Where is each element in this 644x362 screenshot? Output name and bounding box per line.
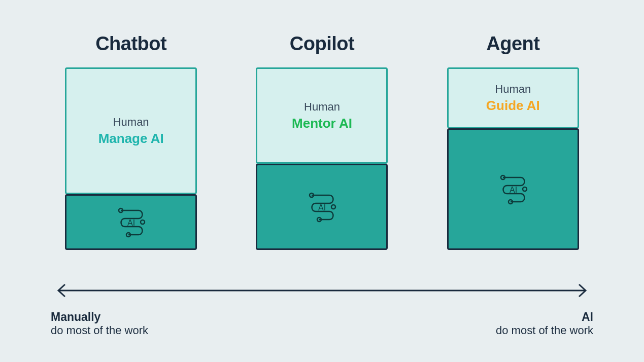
card-bottom-agent: AI bbox=[447, 128, 579, 250]
svg-point-1 bbox=[141, 220, 145, 224]
axis-label-right: AI do most of the work bbox=[496, 310, 593, 337]
ai-circuit-icon: AI bbox=[111, 204, 151, 240]
card-top-chatbot: Human Manage AI bbox=[65, 67, 197, 194]
svg-point-5 bbox=[331, 205, 335, 209]
column-copilot: Copilot Human Mentor AI AI bbox=[242, 33, 402, 250]
human-label: Human bbox=[304, 100, 340, 114]
human-label: Human bbox=[495, 83, 531, 96]
diagram-container: Chatbot Human Manage AI AI bbox=[51, 33, 593, 337]
column-title: Agent bbox=[486, 33, 539, 55]
card-top-agent: Human Guide AI bbox=[447, 67, 579, 128]
axis-label-left: Manually do most of the work bbox=[51, 310, 148, 337]
human-label: Human bbox=[113, 116, 149, 129]
svg-text:AI: AI bbox=[318, 203, 326, 212]
svg-point-9 bbox=[523, 187, 527, 191]
card-copilot: Human Mentor AI AI bbox=[256, 67, 388, 250]
ai-circuit-icon: AI bbox=[493, 171, 533, 207]
role-label: Mentor AI bbox=[292, 116, 352, 131]
role-label: Guide AI bbox=[486, 98, 540, 114]
axis-left-reg: do most of the work bbox=[51, 324, 148, 337]
svg-text:AI: AI bbox=[127, 219, 135, 227]
card-top-copilot: Human Mentor AI bbox=[256, 67, 388, 164]
cards-row: Chatbot Human Manage AI AI bbox=[51, 33, 593, 250]
ai-circuit-icon: AI bbox=[301, 189, 342, 225]
column-title: Chatbot bbox=[95, 33, 166, 55]
svg-text:AI: AI bbox=[510, 186, 517, 194]
column-chatbot: Chatbot Human Manage AI AI bbox=[51, 33, 211, 250]
axis-right-reg: do most of the work bbox=[496, 324, 593, 337]
column-agent: Agent Human Guide AI AI bbox=[433, 33, 593, 250]
card-agent: Human Guide AI AI bbox=[447, 67, 579, 250]
card-bottom-copilot: AI bbox=[256, 164, 388, 250]
axis-container: Manually do most of the work AI do most … bbox=[51, 280, 593, 337]
axis-labels: Manually do most of the work AI do most … bbox=[51, 310, 593, 337]
axis-right-bold: AI bbox=[582, 310, 593, 323]
axis-left-bold: Manually bbox=[51, 310, 100, 323]
column-title: Copilot bbox=[290, 33, 354, 55]
card-chatbot: Human Manage AI AI bbox=[65, 67, 197, 250]
role-label: Manage AI bbox=[98, 131, 164, 147]
axis-arrow-icon bbox=[51, 280, 593, 301]
card-bottom-chatbot: AI bbox=[65, 194, 197, 250]
